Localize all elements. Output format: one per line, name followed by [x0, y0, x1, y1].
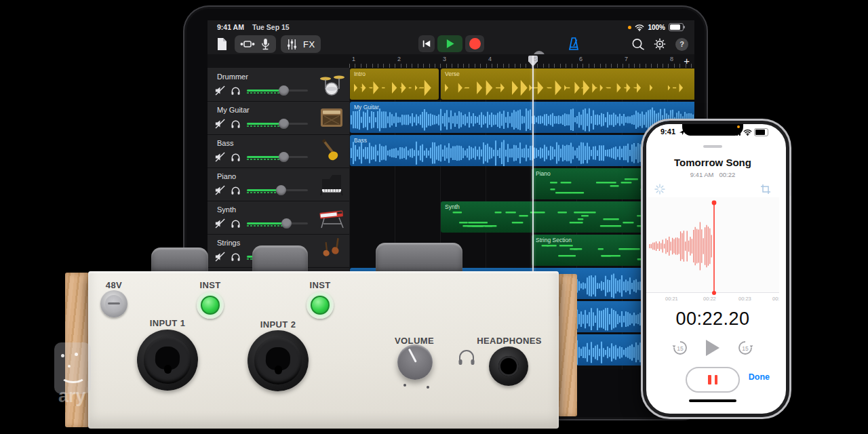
phantom-power-button [100, 290, 127, 317]
ipad-status-time: 9:41 AM [217, 23, 244, 31]
track-volume-fill [247, 90, 283, 92]
sliders-icon[interactable] [286, 39, 298, 50]
track-name: My Guitar [217, 106, 250, 114]
microphone-icon[interactable] [260, 38, 271, 51]
track-header-row[interactable]: Piano [208, 167, 349, 201]
record-button[interactable] [465, 35, 484, 52]
instrument-icon[interactable] [317, 137, 346, 165]
solo-button[interactable] [230, 118, 241, 130]
solo-button[interactable] [230, 85, 241, 96]
track-volume-knob[interactable] [279, 85, 289, 96]
track-name: Bass [217, 139, 233, 147]
region-label: Bass [354, 137, 367, 144]
wifi-icon [635, 24, 644, 31]
region[interactable]: Intro [350, 68, 439, 100]
input2-combo-jack [248, 330, 309, 391]
zoom-add-button[interactable]: + [684, 55, 690, 66]
fx-button[interactable]: FX [303, 39, 315, 50]
input1-combo-jack [137, 330, 198, 391]
track-volume-fill [247, 222, 286, 224]
enhance-icon[interactable] [654, 184, 665, 195]
audio-interface: 48V INST INST INPUT 1 INPUT 2 VOLUME HEA… [64, 243, 578, 429]
headphones-icon [457, 347, 476, 368]
track-volume-slider[interactable] [247, 222, 308, 224]
mic-in-use-indicator [628, 26, 631, 29]
track-volume-knob[interactable] [276, 185, 286, 195]
track-volume-slider[interactable] [247, 90, 308, 92]
input2-label: INPUT 2 [251, 319, 305, 330]
help-button[interactable]: ? [675, 35, 688, 53]
track-header-row[interactable]: Bass [208, 134, 349, 168]
track-volume-knob[interactable] [279, 152, 289, 162]
input1-label: INPUT 1 [140, 318, 195, 328]
home-indicator[interactable] [689, 399, 736, 402]
ruler-bar-number: 5 [534, 56, 537, 62]
region-label: My Guitar [354, 104, 379, 111]
inst2-label: INST [305, 280, 335, 290]
mute-button[interactable] [214, 218, 226, 229]
track-header-row[interactable]: Drummer [208, 68, 349, 102]
gain-knob-1 [151, 248, 208, 275]
region-waveform [350, 102, 694, 133]
mute-button[interactable] [214, 118, 226, 130]
ipad-status-date: Tue Sep 15 [252, 23, 290, 31]
track-volume-knob[interactable] [279, 119, 289, 129]
mute-button[interactable] [214, 184, 226, 196]
track-name: Synth [217, 205, 236, 214]
voice-memos-app: 9:41 Tomorrow Song 9 [646, 124, 779, 407]
mute-button[interactable] [214, 151, 226, 163]
skip-forward-15-button[interactable]: 15 [737, 340, 753, 356]
mute-icon [214, 218, 226, 229]
instrument-icon[interactable] [317, 71, 346, 98]
document-button[interactable] [216, 35, 228, 53]
volume-up-button [641, 165, 643, 180]
region-label: Synth [445, 203, 460, 210]
trim-icon[interactable] [760, 184, 771, 195]
phone-status-bar: 9:41 [646, 127, 779, 137]
track-volume-knob[interactable] [281, 218, 292, 229]
solo-button[interactable] [230, 218, 241, 229]
skip-back-15-button[interactable]: 15 [672, 340, 688, 356]
playback-controls: 15 15 [646, 340, 779, 356]
signal-icon [731, 129, 741, 136]
elapsed-time: 00:22.20 [646, 309, 779, 330]
play-button[interactable] [437, 35, 462, 52]
loop-browser-button[interactable] [631, 35, 645, 53]
sheet-grabber[interactable] [703, 145, 722, 148]
track-volume-slider[interactable] [247, 189, 308, 191]
solo-headphones-icon [230, 118, 241, 130]
track-header-row[interactable]: My Guitar [208, 101, 349, 135]
solo-button[interactable] [230, 151, 241, 163]
instrument-icon[interactable] [317, 203, 346, 231]
svg-text:15: 15 [677, 345, 684, 352]
waveform-scrubber[interactable] [646, 197, 779, 293]
phantom-power-label: 48V [99, 280, 129, 290]
instrument-icon[interactable] [317, 170, 346, 198]
rewind-button[interactable] [418, 35, 435, 52]
time-ruler-label: 00:23 [738, 296, 751, 302]
mute-button[interactable] [214, 85, 226, 96]
mixer-fx-group: FX [281, 35, 321, 53]
region-waveform [441, 68, 694, 100]
timeline-ruler[interactable]: + 12345678 [208, 54, 694, 68]
track-controls-icon[interactable] [240, 39, 255, 49]
region[interactable]: My Guitar [350, 102, 694, 133]
track-volume-fill [247, 156, 283, 158]
track-volume-slider[interactable] [247, 123, 308, 125]
inst1-label: INST [195, 280, 225, 290]
track-name: Drummer [217, 73, 248, 81]
solo-button[interactable] [230, 184, 241, 196]
svg-text:15: 15 [742, 345, 749, 352]
metronome-button[interactable] [567, 35, 580, 53]
track-volume-slider[interactable] [247, 156, 308, 158]
pause-record-button[interactable] [686, 367, 740, 393]
settings-button[interactable] [653, 35, 667, 53]
track-header-row[interactable]: Synth [208, 201, 349, 235]
play-preview-button[interactable] [706, 340, 719, 356]
metronome-icon [567, 37, 580, 52]
gain-knob-2 [252, 245, 308, 275]
recording-title: Tomorrow Song [646, 157, 779, 168]
instrument-icon[interactable] [317, 104, 346, 132]
region[interactable]: Verse [441, 68, 694, 100]
done-button[interactable]: Done [749, 372, 770, 382]
